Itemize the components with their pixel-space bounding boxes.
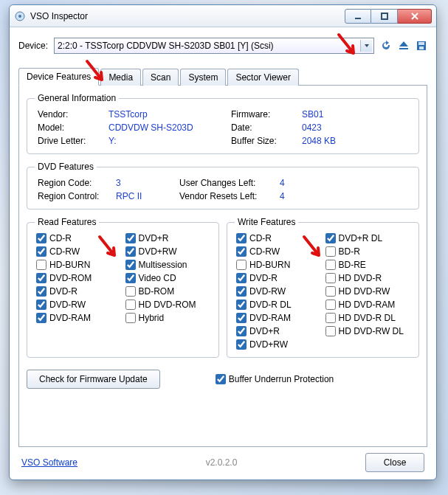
checkbox-label: DVD+R [139,233,169,243]
checkbox-label: CD-R [49,233,72,243]
save-icon[interactable] [416,40,427,52]
read-checkbox[interactable]: Multisession [125,260,210,270]
vendor-resets-label: Vendor Resets Left: [179,191,275,201]
user-changes-label: User Changes Left: [179,178,275,188]
checkbox-label: CD-R [249,233,272,243]
region-code-label: Region Code: [38,178,111,188]
firmware-label: Firmware: [231,109,297,120]
check-firmware-button[interactable]: Check for Firmware Update [27,370,160,389]
checkbox-label: DVD-R [249,273,278,283]
tab-device-features[interactable]: Device Features [18,68,99,86]
checkbox-label: DVD-RAM [249,313,291,323]
tab-panel-device-features: General Information Vendor: TSSTcorp Fir… [18,86,427,447]
write-checkbox[interactable]: DVD+R [236,326,321,336]
svg-rect-2 [355,18,361,19]
group-legend: General Information [35,93,119,103]
write-checkbox[interactable]: DVD-RW [236,286,321,297]
svg-point-1 [18,15,21,18]
vendor-value: TSSTcorp [108,109,227,120]
read-checkbox[interactable]: DVD+R [125,233,210,243]
write-checkbox[interactable]: HD DVD-RW DL [325,326,410,336]
firmware-value: SB01 [302,109,408,120]
read-checkbox[interactable]: DVD-RW [36,300,121,310]
write-checkbox[interactable]: CD-R [236,233,321,243]
checkbox-label: BD-R [339,246,360,257]
write-checkbox[interactable]: DVD-RAM [236,313,321,323]
tab-media[interactable]: Media [100,69,141,86]
tab-bar: Device Features Media Scan System Sector… [18,67,427,86]
user-changes-value: 4 [280,178,408,188]
read-checkbox[interactable]: HD DVD-ROM [125,300,210,310]
write-checkbox[interactable]: HD-BURN [236,260,321,270]
eject-icon[interactable] [398,40,410,52]
checkbox-label: DVD-RW [249,286,286,297]
app-window: VSO Inspector Device: 2:2:0 - TSSTcorp C… [9,4,437,480]
refresh-icon[interactable] [380,40,392,52]
write-checkbox[interactable]: HD DVD-R DL [325,313,410,323]
read-checkbox[interactable]: Video CD [125,273,210,283]
read-checkbox[interactable]: Hybrid [125,313,210,323]
write-checkbox[interactable]: BD-R [325,246,410,257]
read-checkbox[interactable]: DVD-R [36,286,121,297]
write-checkbox[interactable]: HD DVD-RW [325,286,410,297]
group-dvd-features: DVD Features Region Code: 3 User Changes… [27,162,419,210]
checkbox-label: DVD+R DL [339,233,383,243]
group-legend: Read Features [35,217,99,227]
checkbox-label: BD-ROM [139,286,175,297]
checkbox-label: DVD-RAM [49,313,91,323]
checkbox-label: DVD+R [249,326,280,336]
write-checkbox[interactable]: DVD+R DL [325,233,410,243]
vso-software-link[interactable]: VSO Software [21,457,77,468]
read-checkbox[interactable]: BD-ROM [125,286,210,297]
checkbox-label: DVD-R [49,286,77,297]
close-window-button[interactable] [398,9,432,24]
minimize-button[interactable] [345,9,371,24]
read-checkbox[interactable]: CD-RW [36,246,121,257]
app-icon [14,10,26,22]
region-code-value: 3 [116,178,175,188]
read-checkbox[interactable]: DVD+RW [125,246,210,257]
group-legend: Write Features [235,217,298,227]
write-checkbox[interactable]: DVD+RW [236,339,321,350]
model-label: Model: [38,122,104,133]
vendor-label: Vendor: [38,109,104,120]
write-checkbox[interactable]: DVD-R DL [236,300,321,310]
checkbox-label: Hybrid [139,313,165,323]
buffer-underrun-checkbox[interactable]: Buffer Underrun Protection [216,374,334,384]
checkbox-label: DVD-RW [49,300,86,310]
svg-rect-5 [418,42,424,45]
write-checkbox[interactable]: HD DVD-R [325,273,410,283]
device-select[interactable]: 2:2:0 - TSSTcorp CDDVDW SH-S203D SB01 [Y… [54,38,374,54]
checkbox-label: DVD-ROM [49,273,92,283]
checkbox-label: CD-RW [49,246,80,257]
read-checkbox[interactable]: HD-BURN [36,260,121,270]
write-checkbox[interactable]: DVD-R [236,273,321,283]
region-control-label: Region Control: [38,191,111,201]
checkbox-label: HD-BURN [49,260,90,270]
group-legend: DVD Features [35,162,97,172]
read-checkbox[interactable]: DVD-RAM [36,313,121,323]
read-checkbox[interactable]: DVD-ROM [36,273,121,283]
window-controls [345,9,432,24]
svg-rect-3 [382,13,387,19]
write-checkbox[interactable]: BD-RE [325,260,410,270]
checkbox-label: HD DVD-R [339,273,382,283]
write-checkbox[interactable]: CD-RW [236,246,321,257]
region-control-value: RPC II [116,191,175,201]
device-select-value: 2:2:0 - TSSTcorp CDDVDW SH-S203D SB01 [Y… [58,41,274,51]
date-label: Date: [231,122,297,133]
maximize-button[interactable] [371,9,398,24]
buffer-size-label: Buffer Size: [231,136,297,146]
titlebar: VSO Inspector [10,5,436,27]
write-checkbox[interactable]: HD DVD-RAM [325,300,410,310]
close-button[interactable]: Close [365,453,424,472]
checkbox-label: CD-RW [249,246,280,257]
device-label: Device: [18,41,48,51]
read-checkbox[interactable]: CD-R [36,233,121,243]
model-value: CDDVDW SH-S203D [108,122,227,133]
checkbox-label: HD DVD-ROM [139,300,196,310]
version-label: v2.0.2.0 [77,457,365,468]
tab-sector-viewer[interactable]: Sector Viewer [227,69,298,86]
tab-system[interactable]: System [180,69,226,86]
tab-scan[interactable]: Scan [142,69,179,86]
